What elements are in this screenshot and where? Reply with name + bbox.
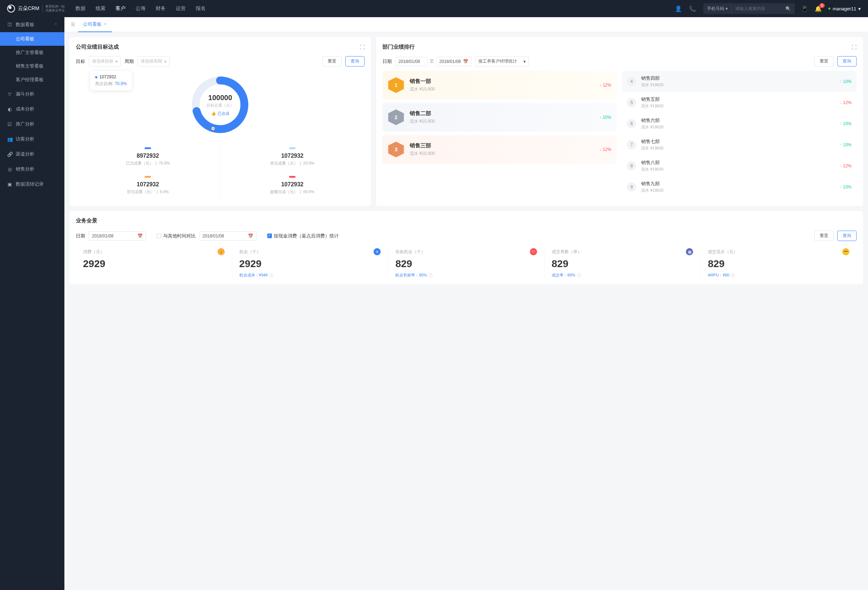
overview-item: 成交单数（单）▦829成交率：80% ? [545,248,701,278]
help-icon[interactable]: ? [269,273,273,278]
nav-财务[interactable]: 财务 [156,5,166,12]
date-from-input[interactable]: 2018/01/08 [396,57,428,66]
query-button[interactable]: 查询 [345,56,365,66]
nav-数据[interactable]: 数据 [75,5,86,12]
podium-item-2: 2销售二部流水 ¥10,900↑10% [382,103,617,132]
notification-icon[interactable]: 🔔5 [815,5,822,12]
user-menu[interactable]: manager11▾ [828,6,861,12]
search-box: 手机号码▾ 🔍 [703,3,795,14]
metric-icon: 🛡 [530,248,537,255]
nav-运营[interactable]: 运营 [176,5,186,12]
sidebar-item-销售主管看板[interactable]: 销售主管看板 [0,59,64,73]
query-button[interactable]: 查询 [837,231,856,241]
business-overview-card: 业务全景 日期 2018/01/08📅 与其他时间对比 2018/01/08📅 … [69,211,863,284]
search-button[interactable]: 🔍 [782,6,795,12]
tab-bar: ☰ 公司看板✕ [64,17,868,32]
thumbs-up-icon: 👍 [211,111,216,116]
achieved-badge: 👍已达成 [211,111,229,116]
help-icon[interactable]: ? [428,273,433,278]
date-input-2[interactable]: 2018/01/08📅 [199,231,257,241]
status-dot [828,7,830,10]
logo-text: 云朵CRM [18,5,39,12]
rank-item-5: 5销售五部流水 ¥19020↓12% [622,92,856,113]
logo-subtitle: 教育机构一站式服务云平台 [42,4,65,13]
overview-item: 消费（元）💰2929 [76,248,232,278]
tab-company-dashboard[interactable]: 公司看板✕ [78,17,112,32]
sidebar-icon: ◎ [7,167,12,172]
sidebar: ◫数据看板 ⌃ 公司看板推广主管看板销售主管看板客户经理看板 ▽漏斗分析◐成本分… [0,17,64,590]
overview-item: 机会（个）✈2929机会成本：¥948 ? [232,248,388,278]
nav-报名[interactable]: 报名 [196,5,206,12]
podium-item-3: 3销售三部流水 ¥10,900↓12% [382,135,617,164]
query-button[interactable]: 查询 [837,56,856,66]
chart-icon: ◫ [7,21,12,28]
medal-icon: 1 [388,77,404,93]
sidebar-item-公司看板[interactable]: 公司看板 [0,32,64,46]
sidebar-icon: ▣ [7,182,12,187]
chart-tooltip: 1072932 所占比例: 70.9% [90,71,132,90]
medal-icon: 3 [388,141,404,157]
sidebar-icon: 👥 [7,137,12,142]
sidebar-group-dashboard[interactable]: ◫数据看板 ⌃ [0,17,64,32]
overview-item: 有效机会（个）🛡829机会有效率：80% ? [388,248,545,278]
sidebar-icon: ▽ [7,91,12,97]
reset-button[interactable]: 重置 [814,231,834,241]
top-nav: 数据线索客户公海财务运营报名 [75,5,675,12]
nav-客户[interactable]: 客户 [115,5,125,12]
target-achievement-card: 公司业绩目标达成 ⛶ 目标 请选择目标▾ 周期 请选择周期▾ 重置 查询 [69,37,371,206]
mobile-icon[interactable]: 📱 [801,5,808,12]
sidebar-item-渠道分析[interactable]: 🔗渠道分析 [0,147,64,162]
close-icon[interactable]: ✕ [104,22,107,26]
rank-item-6: 6销售六部流水 ¥19020↑10% [622,113,856,134]
top-header: 云朵CRM 教育机构一站式服务云平台 数据线索客户公海财务运营报名 👤 📞 手机… [0,0,868,17]
sidebar-item-漏斗分析[interactable]: ▽漏斗分析 [0,87,64,102]
rank-item-4: 4销售四部流水 ¥19020↑10% [622,71,856,92]
help-icon[interactable]: ? [731,273,735,278]
sidebar-item-销售分析[interactable]: ◎销售分析 [0,162,64,177]
metric-icon: 💳 [842,248,849,255]
podium-item-1: 1销售一部流水 ¥10,900↓12% [382,71,617,99]
nav-线索[interactable]: 线索 [96,5,106,12]
metric-icon: ✈ [373,248,381,255]
period-select[interactable]: 请选择周期▾ [137,56,170,66]
stat-item: 1072932超额完成（元） | 89.9% [220,171,364,200]
expand-icon[interactable]: ⛶ [360,44,365,50]
reset-button[interactable]: 重置 [814,56,834,66]
search-input[interactable] [732,6,782,11]
content-area: ☰ 公司看板✕ 公司业绩目标达成 ⛶ 目标 请选择目标▾ 周期 请选择周期 [64,17,868,590]
date-to-input[interactable]: 2018/01/08📅 [436,57,472,66]
sidebar-item-客户经理看板[interactable]: 客户经理看板 [0,73,64,87]
search-type-select[interactable]: 手机号码▾ [703,3,732,14]
expand-icon[interactable]: ⛶ [852,44,856,50]
rank-item-9: 9销售九部流水 ¥19020↑10% [622,176,856,197]
phone-icon[interactable]: 📞 [689,5,696,12]
date-input-1[interactable]: 2018/01/08📅 [89,231,146,241]
help-icon[interactable]: ? [577,273,581,278]
sidebar-icon: ☑ [7,122,12,127]
sidebar-item-访客分析[interactable]: 👥访客分析 [0,132,64,147]
compare-checkbox[interactable]: 与其他时间对比 [157,233,196,239]
user-icon[interactable]: 👤 [675,5,682,12]
sidebar-icon: ◐ [7,107,12,112]
cash-checkbox[interactable]: 按现金消费（返点后消费）统计 [267,233,339,239]
sidebar-item-成本分析[interactable]: ◐成本分析 [0,102,64,116]
sidebar-icon: 🔗 [7,152,12,157]
metric-icon: 💰 [217,248,225,255]
nav-公海[interactable]: 公海 [136,5,146,12]
stat-type-select[interactable]: 按工单客户经理统计▾ [475,56,529,66]
target-select[interactable]: 请选择目标▾ [89,56,121,66]
logo-icon [7,4,15,13]
sidebar-item-推广主管看板[interactable]: 推广主管看板 [0,46,64,59]
donut-chart: 100000 目标总量（元） 👍已达成 [190,74,251,135]
card-title: 部门业绩排行 [382,44,415,50]
stat-item: 1072932未完成量（元） | 20.9% [220,142,364,171]
stat-item: 1072932应完成量（元） | 8.9% [76,171,220,200]
chevron-up-icon: ⌃ [55,23,57,27]
menu-toggle-icon[interactable]: ☰ [68,22,78,27]
department-rank-card: 部门业绩排行 ⛶ 日期 2018/01/08 至 2018/01/08📅 按工单… [376,37,863,206]
reset-button[interactable]: 重置 [322,56,342,66]
stat-item: 8972932已完成量（元） | 70.9% [76,142,220,171]
sidebar-item-数据流转记录[interactable]: ▣数据流转记录 [0,177,64,192]
logo: 云朵CRM 教育机构一站式服务云平台 [7,4,65,13]
sidebar-item-推广分析[interactable]: ☑推广分析 [0,116,64,132]
